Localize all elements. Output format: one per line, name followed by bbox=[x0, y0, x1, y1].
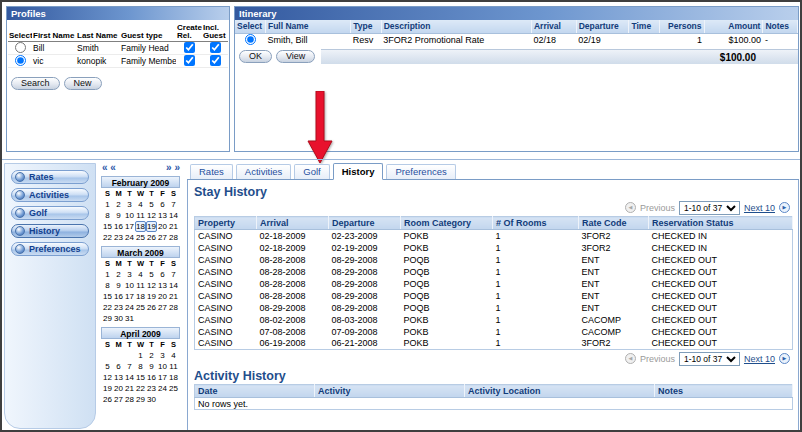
new-button[interactable]: New bbox=[64, 77, 102, 90]
incl-guest-checkbox[interactable] bbox=[210, 42, 221, 53]
calendar-day[interactable]: 16 bbox=[146, 372, 157, 383]
calendar-day[interactable]: 15 bbox=[102, 291, 113, 302]
calendar-day[interactable]: 25 bbox=[168, 383, 179, 394]
calendar-day[interactable]: 16 bbox=[113, 291, 124, 302]
calendar-day[interactable]: 17 bbox=[157, 372, 168, 383]
calendar-day[interactable]: 21 bbox=[168, 291, 179, 302]
calendar-day[interactable]: 23 bbox=[146, 383, 157, 394]
calendar-day[interactable]: 23 bbox=[113, 302, 124, 313]
calendar-day[interactable]: 1 bbox=[102, 199, 113, 210]
calendar-day[interactable]: 18 bbox=[135, 221, 146, 232]
calendar-day[interactable]: 27 bbox=[113, 394, 124, 405]
sidebar-item[interactable]: History bbox=[11, 224, 89, 238]
calendar-day[interactable]: 2 bbox=[113, 269, 124, 280]
tab[interactable]: Golf bbox=[294, 164, 329, 179]
page-range-select[interactable]: 1-10 of 37 bbox=[679, 201, 740, 215]
calendar-day[interactable]: 20 bbox=[113, 383, 124, 394]
calendar-day[interactable]: 12 bbox=[146, 210, 157, 221]
incl-guest-checkbox[interactable] bbox=[210, 55, 221, 66]
calendar-day[interactable]: 6 bbox=[113, 361, 124, 372]
next-icon[interactable]: ▶ bbox=[779, 202, 790, 213]
sidebar-item[interactable]: Activities bbox=[11, 188, 89, 202]
calendar-day[interactable]: 28 bbox=[168, 302, 179, 313]
calendar-day[interactable]: 26 bbox=[102, 394, 113, 405]
sidebar-item[interactable]: Rates bbox=[11, 170, 89, 184]
calendar-day[interactable]: 2 bbox=[113, 199, 124, 210]
calendar-day[interactable]: 25 bbox=[135, 302, 146, 313]
calendar-day[interactable]: 28 bbox=[124, 394, 135, 405]
next-link[interactable]: Next 10 bbox=[744, 354, 775, 364]
calendar-day[interactable]: 1 bbox=[135, 350, 146, 361]
calendar-day[interactable]: 28 bbox=[168, 232, 179, 243]
calendar-day[interactable]: 14 bbox=[168, 210, 179, 221]
calendar-day[interactable]: 13 bbox=[113, 372, 124, 383]
calendar-prev-button[interactable]: « « bbox=[102, 162, 116, 174]
calendar-day[interactable]: 29 bbox=[135, 394, 146, 405]
calendar-next-button[interactable]: » » bbox=[166, 162, 180, 174]
profile-select-radio[interactable] bbox=[15, 55, 26, 66]
calendar-day[interactable]: 17 bbox=[124, 291, 135, 302]
calendar-day[interactable]: 18 bbox=[168, 372, 179, 383]
tab[interactable]: Activities bbox=[236, 164, 291, 179]
calendar-day[interactable]: 10 bbox=[124, 280, 135, 291]
calendar-day[interactable]: 22 bbox=[102, 302, 113, 313]
calendar-day[interactable]: 19 bbox=[102, 383, 113, 394]
calendar-day[interactable]: 4 bbox=[135, 269, 146, 280]
calendar-day[interactable]: 7 bbox=[168, 199, 179, 210]
calendar-day[interactable]: 5 bbox=[146, 199, 157, 210]
sidebar-item[interactable]: Preferences bbox=[11, 242, 89, 256]
profile-row[interactable]: vic konopik Family Member bbox=[8, 54, 228, 67]
calendar-day[interactable]: 21 bbox=[124, 383, 135, 394]
tab[interactable]: History bbox=[333, 163, 384, 180]
calendar-day[interactable]: 27 bbox=[157, 302, 168, 313]
calendar-day[interactable]: 10 bbox=[157, 361, 168, 372]
view-button[interactable]: View bbox=[276, 50, 315, 63]
calendar-day[interactable]: 12 bbox=[146, 280, 157, 291]
calendar-day[interactable]: 16 bbox=[113, 221, 124, 232]
calendar-day[interactable]: 9 bbox=[113, 210, 124, 221]
next-link[interactable]: Next 10 bbox=[744, 203, 775, 213]
calendar-day[interactable]: 21 bbox=[168, 221, 179, 232]
calendar-day[interactable]: 12 bbox=[102, 372, 113, 383]
calendar-day[interactable]: 3 bbox=[124, 199, 135, 210]
calendar-day[interactable]: 30 bbox=[113, 313, 124, 324]
calendar-day[interactable]: 26 bbox=[146, 232, 157, 243]
calendar-day[interactable] bbox=[124, 350, 135, 361]
ok-button[interactable]: OK bbox=[239, 50, 272, 63]
calendar-day[interactable]: 17 bbox=[124, 221, 135, 232]
calendar-day[interactable] bbox=[102, 350, 113, 361]
calendar-day[interactable]: 8 bbox=[102, 210, 113, 221]
calendar-day[interactable]: 1 bbox=[102, 269, 113, 280]
itinerary-row[interactable]: Smith, Bill Resv 3FOR2 Promotional Rate … bbox=[235, 33, 798, 46]
calendar-day[interactable]: 14 bbox=[124, 372, 135, 383]
calendar-day[interactable]: 11 bbox=[135, 280, 146, 291]
calendar-day[interactable]: 8 bbox=[102, 280, 113, 291]
calendar-day[interactable]: 15 bbox=[135, 372, 146, 383]
calendar-day[interactable]: 2 bbox=[146, 350, 157, 361]
calendar-day[interactable]: 22 bbox=[135, 383, 146, 394]
tab[interactable]: Preferences bbox=[386, 164, 455, 179]
calendar-day[interactable]: 4 bbox=[168, 350, 179, 361]
calendar-day[interactable]: 20 bbox=[157, 221, 168, 232]
calendar-day[interactable]: 6 bbox=[157, 199, 168, 210]
calendar-day[interactable]: 7 bbox=[168, 269, 179, 280]
profile-row[interactable]: Bill Smith Family Head bbox=[8, 41, 228, 54]
calendar-day[interactable]: 13 bbox=[157, 280, 168, 291]
calendar-day[interactable]: 3 bbox=[157, 350, 168, 361]
calendar-day[interactable] bbox=[113, 350, 124, 361]
calendar-day[interactable]: 13 bbox=[157, 210, 168, 221]
page-range-select[interactable]: 1-10 of 37 bbox=[679, 352, 740, 366]
calendar-day[interactable]: 20 bbox=[157, 291, 168, 302]
calendar-day[interactable]: 24 bbox=[124, 232, 135, 243]
create-rel-checkbox[interactable] bbox=[184, 42, 195, 53]
calendar-day[interactable]: 30 bbox=[146, 394, 157, 405]
calendar-day[interactable]: 26 bbox=[146, 302, 157, 313]
calendar-day[interactable]: 5 bbox=[146, 269, 157, 280]
calendar-day[interactable]: 10 bbox=[124, 210, 135, 221]
calendar-day[interactable]: 22 bbox=[102, 232, 113, 243]
search-button[interactable]: Search bbox=[11, 77, 60, 90]
calendar-day[interactable]: 11 bbox=[135, 210, 146, 221]
calendar-day[interactable]: 4 bbox=[135, 199, 146, 210]
calendar-day[interactable]: 11 bbox=[168, 361, 179, 372]
create-rel-checkbox[interactable] bbox=[184, 55, 195, 66]
